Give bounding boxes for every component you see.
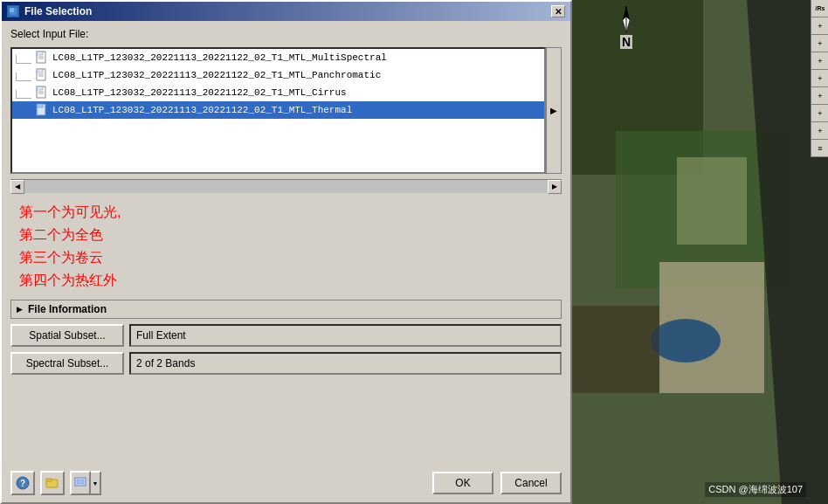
file-list: LC08_L1TP_123032_20221113_20221122_02_T1… [12, 49, 544, 119]
map-image: N /Rs + + + + + + + ≡ CSDN @海绵波波107 [572, 0, 828, 504]
svg-rect-21 [77, 480, 84, 484]
close-button[interactable]: ✕ [551, 5, 565, 17]
help-icon: ? [16, 476, 30, 490]
toolbar-zoom-in-button[interactable]: + [811, 17, 828, 35]
list-scroll-right-button[interactable]: ▶ [546, 47, 562, 174]
file-list-wrapper: LC08_L1TP_123032_20221113_20221122_02_T1… [10, 47, 562, 174]
svg-point-27 [651, 319, 721, 362]
file-info-expand-icon: ▶ [17, 305, 23, 314]
file-selection-dialog: File Selection ✕ Select Input File: [0, 0, 572, 504]
action-split-button: ▼ [70, 471, 101, 495]
toolbar-zoom-button-6[interactable]: + [811, 105, 828, 122]
help-button[interactable]: ? [10, 471, 35, 495]
folder-icon [45, 476, 59, 490]
file-name: LC08_L1TP_123032_20221113_20221122_02_T1… [52, 87, 347, 98]
dialog-body: Select Input File: LC08_L1TP_123032_2022… [2, 21, 570, 466]
file-item[interactable]: LC08_L1TP_123032_20221113_20221122_02_T1… [12, 49, 544, 66]
file-icon [35, 51, 49, 65]
file-name: LC08_L1TP_123032_20221113_20221122_02_T1… [52, 105, 352, 115]
file-name: LC08_L1TP_123032_20221113_20221122_02_T1… [52, 70, 381, 80]
action-dropdown-button[interactable]: ▼ [91, 471, 101, 495]
spectral-subset-row: Spectral Subset... 2 of 2 Bands [10, 352, 562, 375]
file-item[interactable]: LC08_L1TP_123032_20221113_20221122_02_T1… [12, 66, 544, 84]
annotation-line-2: 第二个为全色 [19, 224, 553, 245]
map-svg [572, 0, 828, 504]
svg-rect-15 [37, 104, 43, 107]
toolbar-zoom-button-4[interactable]: + [811, 70, 828, 87]
svg-rect-3 [37, 52, 43, 55]
north-indicator: N [616, 4, 637, 49]
file-item-selected[interactable]: LC08_L1TP_123032_20221113_20221122_02_T1… [12, 101, 544, 119]
file-item[interactable]: LC08_L1TP_123032_20221113_20221122_02_T1… [12, 84, 544, 101]
scroll-track[interactable] [24, 180, 548, 193]
toolbar-menu-button[interactable]: ≡ [811, 140, 828, 157]
bottom-right-buttons: OK Cancel [432, 472, 562, 494]
spectral-subset-button[interactable]: Spectral Subset... [10, 352, 124, 375]
file-info-section[interactable]: ▶ File Information [10, 300, 562, 319]
map-panel: N /Rs + + + + + + + ≡ CSDN @海绵波波107 [572, 0, 828, 504]
file-list-box[interactable]: LC08_L1TP_123032_20221113_20221122_02_T1… [10, 47, 546, 174]
action-main-button[interactable] [70, 471, 91, 495]
title-bar: File Selection ✕ [2, 2, 570, 21]
file-icon [35, 103, 49, 117]
svg-rect-29 [677, 157, 747, 245]
title-bar-left: File Selection [7, 5, 92, 17]
horizontal-scrollbar[interactable]: ◀ ▶ [10, 179, 562, 193]
file-icon [35, 68, 49, 82]
toolbar-zoom-button-7[interactable]: + [811, 122, 828, 140]
svg-rect-11 [37, 86, 43, 90]
dialog-icon [7, 5, 19, 17]
watermark: CSDN @海绵波波107 [705, 482, 806, 497]
svg-rect-1 [10, 8, 14, 12]
ok-button[interactable]: OK [432, 472, 493, 494]
north-label: N [620, 35, 632, 49]
scroll-left-button[interactable]: ◀ [10, 180, 24, 194]
bottom-row: ? ▼ OK [2, 466, 570, 502]
north-arrow-icon [616, 4, 637, 35]
spatial-subset-value: Full Extent [129, 324, 562, 347]
toolbar-zoom-button-5[interactable]: + [811, 87, 828, 105]
open-file-button[interactable] [40, 471, 65, 495]
select-input-label: Select Input File: [10, 28, 562, 40]
annotation-line-1: 第一个为可见光, [19, 202, 553, 223]
annotation-area: 第一个为可见光, 第二个为全色 第三个为卷云 第四个为热红外 [10, 198, 562, 294]
svg-rect-19 [46, 479, 52, 481]
scroll-right-button[interactable]: ▶ [548, 180, 562, 194]
bottom-left-buttons: ? ▼ [10, 471, 101, 495]
spectral-subset-value: 2 of 2 Bands [129, 352, 562, 375]
dialog-title: File Selection [24, 5, 92, 17]
spatial-subset-button[interactable]: Spatial Subset... [10, 324, 124, 347]
cancel-button[interactable]: Cancel [500, 472, 562, 494]
toolbar-zoom-button-2[interactable]: + [811, 35, 828, 52]
spatial-subset-row: Spatial Subset... Full Extent [10, 324, 562, 347]
svg-rect-7 [37, 69, 43, 72]
svg-rect-28 [572, 306, 659, 393]
toolbar-zoom-button-3[interactable]: + [811, 52, 828, 70]
svg-text:?: ? [20, 479, 25, 488]
file-name: LC08_L1TP_123032_20221113_20221122_02_T1… [52, 52, 387, 63]
action-icon [74, 477, 86, 489]
toolbar-rs-button[interactable]: /Rs [811, 0, 828, 17]
file-info-label: File Information [28, 303, 107, 315]
annotation-line-4: 第四个为热红外 [19, 270, 553, 291]
map-toolbar: /Rs + + + + + + + ≡ [811, 0, 828, 157]
file-icon [35, 86, 49, 100]
annotation-line-3: 第三个为卷云 [19, 247, 553, 268]
